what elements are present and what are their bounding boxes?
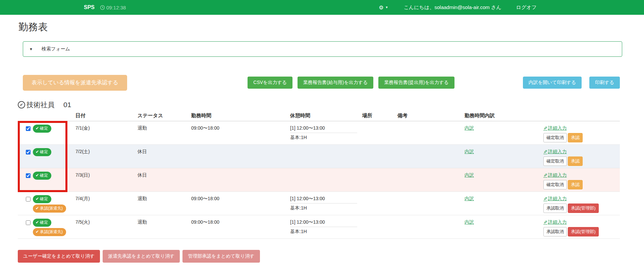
bulk-cancel-dispatch-approve-button[interactable]: 派遣先承認をまとめて取り消す	[103, 250, 180, 263]
break-time-cell: [1] 12:00〜13:00 基本:1H	[290, 192, 362, 215]
dispatch-approve-all-button[interactable]: 表示している情報を派遣先承認する	[23, 75, 127, 91]
break-time-cell	[290, 168, 362, 191]
place-cell	[362, 192, 397, 215]
server-clock: 09:12:38	[100, 5, 126, 10]
breakdown-link[interactable]: 内訳	[465, 219, 474, 225]
confirmed-badge: ✔確定	[33, 172, 51, 180]
date-cell: 7/3(日)	[75, 168, 138, 191]
header-work-time: 勤務時間	[191, 113, 290, 119]
check-icon: ✔	[36, 229, 39, 234]
breakdown-cell: 内訳	[465, 192, 543, 215]
gear-icon: ⚙	[379, 4, 383, 11]
pencil-icon: ✎	[543, 149, 547, 154]
row-select-checkbox[interactable]	[26, 173, 31, 178]
row-select-checkbox[interactable]	[26, 197, 31, 202]
cancel-approve-button[interactable]: 承認取消	[543, 204, 567, 213]
header-place: 場所	[362, 113, 397, 119]
caret-down-icon: ▼	[29, 47, 33, 51]
breakdown-link[interactable]: 内訳	[465, 125, 474, 131]
breakdown-link[interactable]: 内訳	[465, 172, 474, 178]
detail-input-link[interactable]: ✎詳細入力	[543, 219, 567, 225]
search-form-toggle[interactable]: ▼ 検索フォーム	[23, 41, 622, 57]
status-cell: 休日	[138, 168, 191, 191]
breakdown-link[interactable]: 内訳	[465, 149, 474, 155]
toolbar: 表示している情報を派遣先承認する CSVを出力する 業務報告書(給与用)を出力す…	[23, 75, 620, 91]
table-row: ✔確定 7/3(日) 休日 内訳 ✎詳細入力 確定取消 承認	[18, 168, 620, 192]
approve-button[interactable]: 承認	[568, 157, 583, 166]
confirmed-badge: ✔確定	[33, 219, 51, 227]
cancel-confirm-button[interactable]: 確定取消	[543, 157, 567, 166]
table-row: ✔確定 7/1(金) 退勤 09:00〜18:00 [1] 12:00〜13:0…	[18, 121, 620, 145]
status-cell: 休日	[138, 145, 191, 168]
cancel-approve-button[interactable]: 承認取消	[543, 227, 567, 236]
status-cell: 退勤	[138, 192, 191, 215]
user-greeting: こんにちは、solaadmin@sola-air.com さん	[404, 4, 501, 11]
bulk-cancel-admin-approve-button[interactable]: 管理部承認をまとめて取り消す	[182, 250, 260, 263]
main-content: 勤務表 ▼ 検索フォーム 表示している情報を派遣先承認する CSVを出力する 業…	[0, 15, 644, 263]
date-cell: 7/1(金)	[75, 121, 138, 144]
pencil-icon: ✎	[543, 173, 547, 178]
print-with-breakdown-button[interactable]: 内訳を開いて印刷する	[523, 77, 582, 89]
pencil-icon: ✎	[543, 220, 547, 225]
detail-input-link[interactable]: ✎詳細入力	[543, 196, 567, 202]
check-icon: ✔	[36, 220, 39, 225]
breakdown-cell: 内訳	[465, 145, 543, 168]
note-cell	[397, 121, 465, 144]
dispatch-approved-badge: ✔承認(派遣先)	[33, 228, 66, 236]
approve-admin-button[interactable]: 承認(管理部)	[568, 227, 599, 236]
breakdown-link[interactable]: 内訳	[465, 196, 474, 202]
search-form-label: 検索フォーム	[42, 46, 70, 52]
settings-dropdown-button[interactable]: ⚙ ▼	[379, 4, 388, 11]
confirmed-badge: ✔確定	[33, 195, 51, 203]
row-select-checkbox[interactable]	[26, 126, 31, 131]
print-button[interactable]: 印刷する	[589, 77, 620, 89]
date-cell: 7/4(月)	[75, 192, 138, 215]
place-cell	[362, 145, 397, 168]
breakdown-cell: 内訳	[465, 121, 543, 144]
header-note: 備考	[397, 113, 465, 119]
check-icon: ✔	[36, 149, 39, 154]
brand-link[interactable]: SPS	[84, 4, 95, 10]
note-cell	[397, 215, 465, 238]
employee-type-label: 技術社員	[26, 100, 55, 109]
work-time-cell: 09:00〜18:00	[191, 192, 290, 215]
status-cell: 退勤	[138, 215, 191, 238]
date-cell: 7/5(火)	[75, 215, 138, 238]
detail-input-link[interactable]: ✎詳細入力	[543, 125, 567, 131]
row-select-checkbox[interactable]	[26, 220, 31, 225]
clock-time: 09:12:38	[106, 5, 126, 10]
place-cell	[362, 121, 397, 144]
export-report-salary-button[interactable]: 業務報告書(給与用)を出力する	[298, 77, 373, 89]
place-cell	[362, 168, 397, 191]
note-cell	[397, 145, 465, 168]
table-row: ✔確定 7/2(土) 休日 内訳 ✎詳細入力 確定取消 承認	[18, 145, 620, 168]
cancel-confirm-button[interactable]: 確定取消	[543, 133, 567, 142]
check-icon: ✔	[36, 196, 39, 201]
work-time-cell	[191, 168, 290, 191]
approve-button[interactable]: 承認	[568, 133, 583, 142]
page-title: 勤務表	[18, 20, 620, 34]
confirmed-badge: ✔確定	[33, 125, 51, 133]
detail-input-link[interactable]: ✎詳細入力	[543, 149, 567, 155]
break-time-cell: [1] 12:00〜13:00 基本:1H	[290, 215, 362, 238]
check-icon: ✔	[36, 126, 39, 131]
check-circle-icon: ✔	[18, 101, 25, 108]
work-time-cell: 09:00〜18:00	[191, 121, 290, 144]
bulk-cancel-user-confirm-button[interactable]: ユーザー確定をまとめて取り消す	[18, 250, 100, 263]
detail-input-link[interactable]: ✎詳細入力	[543, 172, 567, 178]
export-report-submit-button[interactable]: 業務報告書(提出用)を出力する	[378, 77, 454, 89]
breakdown-cell: 内訳	[465, 215, 543, 238]
header-break-time: 休憩時間	[290, 113, 362, 119]
cancel-confirm-button[interactable]: 確定取消	[543, 180, 567, 189]
chevron-down-icon: ▼	[385, 6, 388, 9]
approve-button[interactable]: 承認	[568, 180, 583, 189]
logoff-link[interactable]: ログオフ	[516, 4, 537, 11]
check-icon: ✔	[36, 173, 39, 178]
pencil-icon: ✎	[543, 196, 547, 202]
break-time-cell: [1] 12:00〜13:00 基本:1H	[290, 121, 362, 144]
breakdown-cell: 内訳	[465, 168, 543, 191]
approve-admin-button[interactable]: 承認(管理部)	[568, 204, 599, 213]
note-cell	[397, 192, 465, 215]
row-select-checkbox[interactable]	[26, 150, 31, 154]
export-csv-button[interactable]: CSVを出力する	[248, 77, 292, 89]
